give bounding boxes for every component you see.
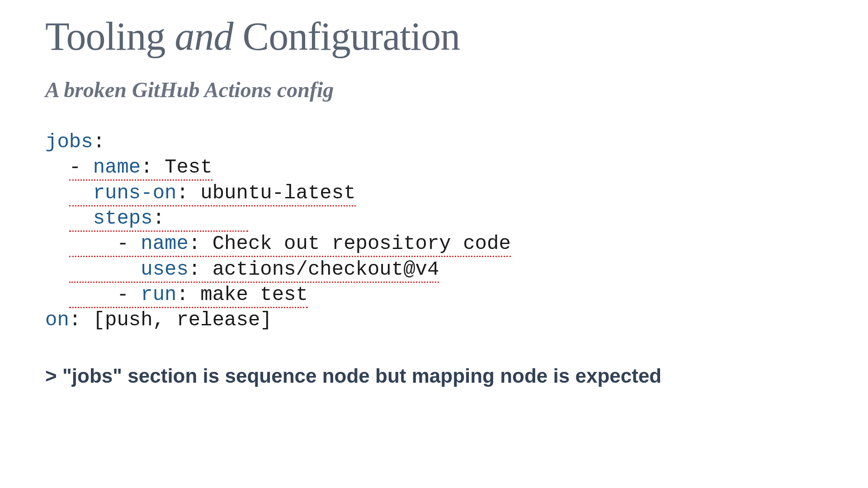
indent xyxy=(69,207,93,230)
code-runs-on-value: ubuntu-latest xyxy=(189,182,356,204)
code-colon: : xyxy=(176,283,188,306)
code-run-key: run xyxy=(141,283,176,306)
indent xyxy=(69,283,117,306)
code-jobs-key: jobs xyxy=(45,131,93,153)
code-colon: : xyxy=(189,258,200,281)
code-colon: : xyxy=(141,156,152,178)
error-message: > "jobs" section is sequence node but ma… xyxy=(45,365,823,387)
code-test-value: Test xyxy=(153,156,212,178)
steps-trailing xyxy=(165,207,248,230)
code-colon: : xyxy=(69,309,81,331)
code-name-key: name xyxy=(93,156,141,178)
title-part2: Configuration xyxy=(233,14,460,58)
code-runs-on-key: runs-on xyxy=(93,182,177,204)
indent xyxy=(69,232,117,255)
indent xyxy=(69,258,141,281)
code-line7-err: - run: make test xyxy=(69,283,308,308)
indent xyxy=(45,182,69,204)
code-on-key: on xyxy=(45,309,69,331)
indent xyxy=(69,182,93,204)
code-block: jobs: - name: Test runs-on: ubuntu-lates… xyxy=(45,129,823,333)
code-steps-key: steps xyxy=(93,207,153,230)
code-uses-value: actions/checkout@v4 xyxy=(200,258,439,281)
code-line5-err: - name: Check out repository code xyxy=(69,232,511,257)
title-part1: Tooling xyxy=(45,14,175,58)
title-italic: and xyxy=(175,14,233,58)
code-colon: : xyxy=(153,207,165,230)
indent xyxy=(45,283,69,306)
code-dash: - xyxy=(69,156,93,178)
code-dash: - xyxy=(117,283,141,306)
subtitle: A broken GitHub Actions config xyxy=(45,77,823,102)
code-checkout-value: Check out repository code xyxy=(200,232,511,255)
page-title: Tooling and Configuration xyxy=(45,14,823,59)
code-line6-err: uses: actions/checkout@v4 xyxy=(69,258,439,283)
indent xyxy=(45,232,69,255)
code-uses-key: uses xyxy=(141,258,189,281)
code-colon: : xyxy=(176,182,188,204)
code-dash: - xyxy=(117,232,141,255)
error-text: "jobs" section is sequence node but mapp… xyxy=(62,365,661,387)
code-line2-err: - name: Test xyxy=(69,156,212,181)
code-name-key2: name xyxy=(141,232,189,255)
code-on-value: [push, release] xyxy=(81,309,272,331)
code-line3-err: runs-on: ubuntu-latest xyxy=(69,182,356,206)
indent xyxy=(45,207,69,230)
code-run-value: make test xyxy=(189,283,308,306)
indent xyxy=(45,156,69,178)
error-prefix: > xyxy=(45,365,62,387)
indent xyxy=(45,258,69,281)
code-colon: : xyxy=(189,232,200,255)
code-colon: : xyxy=(93,131,105,153)
code-line4-err: steps: xyxy=(69,207,248,232)
